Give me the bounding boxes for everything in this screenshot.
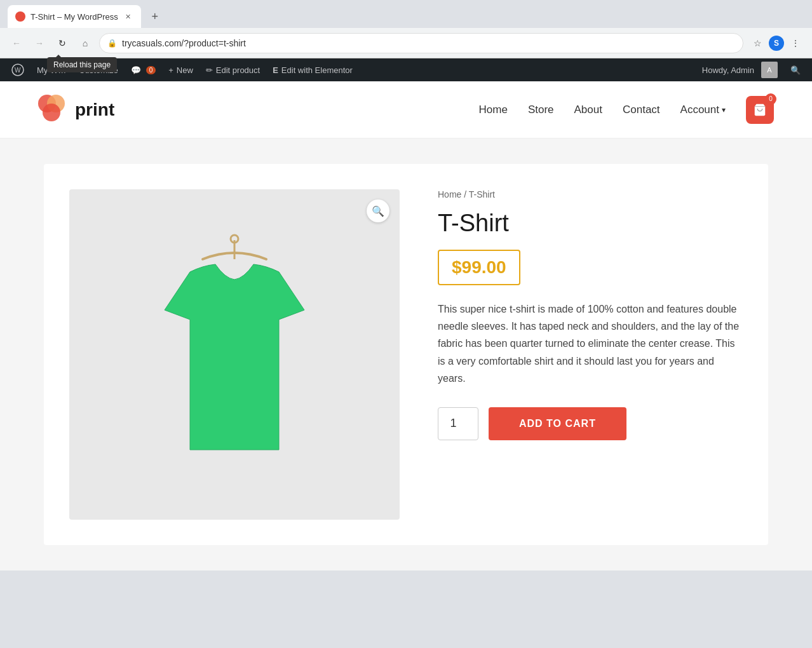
- wp-new[interactable]: + New: [162, 58, 200, 81]
- back-icon: ←: [12, 38, 21, 48]
- admin-avatar-initial: A: [767, 66, 771, 74]
- edit-elementor-label: Edit with Elementor: [281, 65, 353, 75]
- logo-icon: [38, 95, 69, 125]
- more-icon: ⋮: [791, 38, 800, 48]
- lock-icon: 🔒: [107, 39, 117, 48]
- edit-product-label: Edit product: [216, 65, 260, 75]
- reload-icon: ↻: [58, 38, 66, 48]
- bookmark-button[interactable]: ☆: [748, 34, 766, 52]
- profile-icon[interactable]: S: [769, 36, 784, 51]
- elementor-icon: E: [273, 65, 278, 75]
- breadcrumb-home-link[interactable]: Home: [438, 189, 461, 199]
- site-content: print Home Store About Contact Account ▾: [0, 81, 812, 570]
- howdy-label: Howdy, Admin: [702, 65, 754, 75]
- nav-home[interactable]: Home: [479, 104, 508, 116]
- add-to-cart-button[interactable]: ADD TO CART: [489, 407, 626, 440]
- profile-letter: S: [774, 39, 779, 48]
- wp-logo-button[interactable]: W: [5, 58, 30, 81]
- product-description: This super nice t-shirt is made of 100% …: [438, 300, 743, 387]
- forward-button[interactable]: →: [30, 34, 48, 52]
- home-button[interactable]: ⌂: [76, 34, 94, 52]
- tab-favicon-icon: [15, 11, 25, 22]
- nav-about[interactable]: About: [574, 104, 602, 116]
- site-navigation: Home Store About Contact Account ▾: [479, 96, 774, 124]
- tshirt-svg: [126, 221, 342, 488]
- browser-toolbar: ← → ↻ Reload this page ⌂ 🔒 trycasuals.co…: [0, 28, 812, 58]
- browser-title-bar: T-Shirt – My WordPress ✕ +: [0, 0, 812, 28]
- new-icon: +: [168, 65, 173, 75]
- address-bar[interactable]: 🔒 trycasuals.com/?product=t-shirt: [99, 33, 743, 53]
- breadcrumb: Home / T-Shirt: [438, 189, 743, 199]
- home-icon: ⌂: [83, 38, 88, 48]
- svg-text:W: W: [15, 67, 21, 74]
- product-container: 🔍: [44, 164, 768, 545]
- wp-comments[interactable]: 💬 0: [125, 58, 163, 81]
- tab-close-button[interactable]: ✕: [123, 11, 133, 22]
- comments-icon: 💬: [131, 65, 141, 75]
- add-to-cart-row: ADD TO CART: [438, 407, 743, 440]
- wp-edit-elementor[interactable]: E Edit with Elementor: [266, 58, 359, 81]
- reload-tooltip: Reload this page: [47, 57, 117, 72]
- comments-count: 0: [146, 66, 156, 74]
- wordpress-icon: W: [11, 64, 24, 76]
- site-header: print Home Store About Contact Account ▾: [0, 81, 812, 138]
- nav-store[interactable]: Store: [528, 104, 554, 116]
- product-price: $99.00: [438, 250, 520, 285]
- new-tab-button[interactable]: +: [146, 8, 164, 25]
- product-title: T-Shirt: [438, 210, 743, 237]
- toolbar-icons: ☆ S ⋮: [748, 34, 804, 52]
- browser-tab[interactable]: T-Shirt – My WordPress ✕: [8, 5, 141, 28]
- admin-avatar: A: [761, 62, 778, 78]
- product-image-wrapper: 🔍: [69, 189, 400, 520]
- wp-admin-bar: W My W… Customize 💬 0 + New ✏ Edit produ…: [0, 58, 812, 81]
- product-image: [114, 208, 355, 501]
- zoom-icon: 🔍: [372, 205, 384, 217]
- search-icon: 🔍: [790, 65, 801, 75]
- admin-bar-right: Howdy, Admin A 🔍: [696, 58, 807, 81]
- site-logo[interactable]: print: [38, 95, 114, 125]
- back-button[interactable]: ←: [8, 34, 25, 52]
- address-text: trycasuals.com/?product=t-shirt: [122, 38, 735, 48]
- zoom-button[interactable]: 🔍: [367, 199, 389, 222]
- new-label: New: [177, 65, 193, 75]
- nav-contact[interactable]: Contact: [623, 104, 660, 116]
- tab-title: T-Shirt – My WordPress: [30, 12, 118, 22]
- more-button[interactable]: ⋮: [787, 34, 804, 52]
- reload-button[interactable]: ↻ Reload this page: [53, 34, 71, 52]
- forward-icon: →: [35, 38, 44, 48]
- star-icon: ☆: [754, 38, 762, 48]
- product-details: Home / T-Shirt T-Shirt $99.00 This super…: [438, 189, 743, 520]
- logo-circle-red-bottom: [43, 104, 60, 121]
- browser-frame: T-Shirt – My WordPress ✕ + ← → ↻ Reload …: [0, 0, 812, 648]
- breadcrumb-current: T-Shirt: [469, 189, 495, 199]
- wp-howdy[interactable]: Howdy, Admin A: [696, 58, 784, 81]
- account-label: Account: [680, 104, 719, 116]
- logo-text: print: [75, 100, 114, 120]
- wp-edit-product[interactable]: ✏ Edit product: [200, 58, 266, 81]
- cart-button[interactable]: 0: [746, 96, 774, 124]
- quantity-input[interactable]: [438, 407, 478, 440]
- cart-count-badge: 0: [765, 93, 776, 105]
- nav-account[interactable]: Account ▾: [680, 104, 726, 116]
- breadcrumb-separator: /: [464, 189, 469, 199]
- wp-search[interactable]: 🔍: [784, 58, 807, 81]
- shopping-bag-icon: [753, 103, 767, 117]
- account-chevron-icon: ▾: [722, 105, 726, 114]
- main-content: 🔍: [0, 138, 812, 570]
- edit-icon: ✏: [206, 65, 213, 75]
